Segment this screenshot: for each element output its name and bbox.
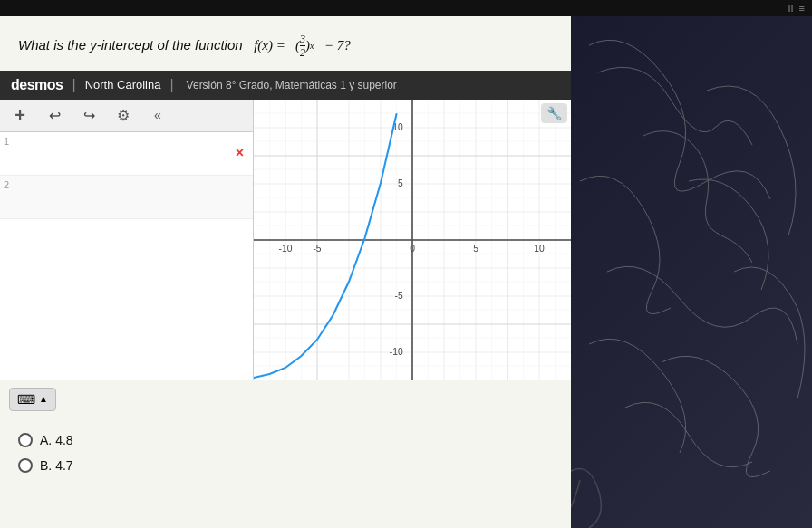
- svg-text:5: 5: [473, 244, 478, 254]
- keyboard-area: ⌨ ▲: [0, 380, 571, 418]
- question-text: What is the y-intercept of the function …: [18, 33, 553, 60]
- settings-button[interactable]: ⚙: [111, 102, 136, 128]
- answer-choices: A. 4.8 B. 4.7: [0, 418, 571, 498]
- keyboard-button[interactable]: ⌨ ▲: [9, 388, 56, 411]
- svg-text:0: 0: [410, 244, 415, 254]
- radio-A[interactable]: [18, 433, 33, 447]
- calculator-area: + ↩ ↪ ⚙ « 1 × 2 🔧: [0, 100, 571, 380]
- expr-close-1[interactable]: ×: [236, 145, 244, 161]
- divider1: |: [72, 77, 75, 93]
- question-area: What is the y-intercept of the function …: [0, 16, 571, 71]
- expression-item-1[interactable]: 1 ×: [0, 132, 253, 176]
- left-panel: + ↩ ↪ ⚙ « 1 × 2: [0, 100, 254, 380]
- desmos-header: desmos | North Carolina | Versión 8° Gra…: [0, 71, 571, 100]
- choice-label-A: A. 4.8: [40, 433, 73, 447]
- svg-text:-5: -5: [313, 244, 322, 254]
- wrench-button[interactable]: 🔧: [541, 103, 567, 123]
- undo-button[interactable]: ↩: [42, 102, 67, 128]
- main-panel: What is the y-intercept of the function …: [0, 16, 571, 528]
- divider2: |: [169, 77, 173, 93]
- expression-item-2[interactable]: 2: [0, 176, 253, 219]
- collapse-button[interactable]: «: [145, 102, 170, 128]
- choice-label-B: B. 4.7: [40, 458, 73, 473]
- desmos-region: North Carolina: [85, 78, 161, 91]
- desmos-toolbar: + ↩ ↪ ⚙ «: [0, 100, 253, 132]
- desmos-logo: desmos: [11, 77, 63, 93]
- fraction: 3 2: [300, 33, 305, 60]
- svg-text:-5: -5: [395, 291, 404, 301]
- desmos-version: Versión 8° Grado, Matemáticas 1 y superi…: [187, 79, 397, 91]
- graph-svg: -10 -5 0 5 10 10 5 -5 -10: [254, 100, 571, 380]
- right-decorative-panel: [571, 0, 812, 528]
- fraction-base: ( 3 2 )x: [295, 33, 314, 60]
- svg-text:10: 10: [534, 244, 545, 254]
- keyboard-arrow: ▲: [39, 394, 48, 404]
- question-label: What is the y-intercept of the function: [18, 37, 243, 53]
- decorative-svg: [571, 0, 812, 528]
- expr-number-2: 2: [4, 179, 9, 190]
- radio-B[interactable]: [18, 458, 33, 473]
- choice-item-B[interactable]: B. 4.7: [18, 458, 553, 473]
- expr-number-1: 1: [4, 136, 9, 147]
- svg-text:-10: -10: [390, 347, 403, 357]
- graph-area: 🔧: [254, 100, 571, 380]
- keyboard-icon: ⌨: [17, 392, 35, 407]
- redo-button[interactable]: ↪: [76, 102, 102, 128]
- svg-text:5: 5: [398, 178, 403, 188]
- choice-item-A[interactable]: A. 4.8: [18, 433, 553, 447]
- function-notation: f(x) = ( 3 2 )x − 7?: [254, 38, 351, 53]
- svg-text:-10: -10: [279, 244, 293, 254]
- add-expression-button[interactable]: +: [7, 102, 33, 128]
- menu-icon: ≡: [799, 3, 805, 14]
- status-bar: II ≡: [0, 0, 812, 16]
- pause-icon: II: [788, 3, 793, 14]
